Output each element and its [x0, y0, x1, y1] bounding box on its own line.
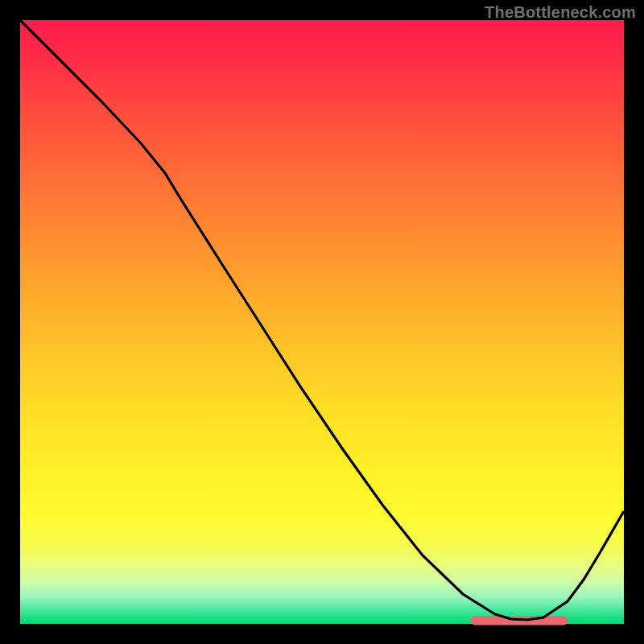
chart-svg [0, 0, 644, 644]
watermark-text: TheBottleneck.com [485, 3, 636, 22]
bottleneck-chart: TheBottleneck.com [0, 0, 644, 644]
